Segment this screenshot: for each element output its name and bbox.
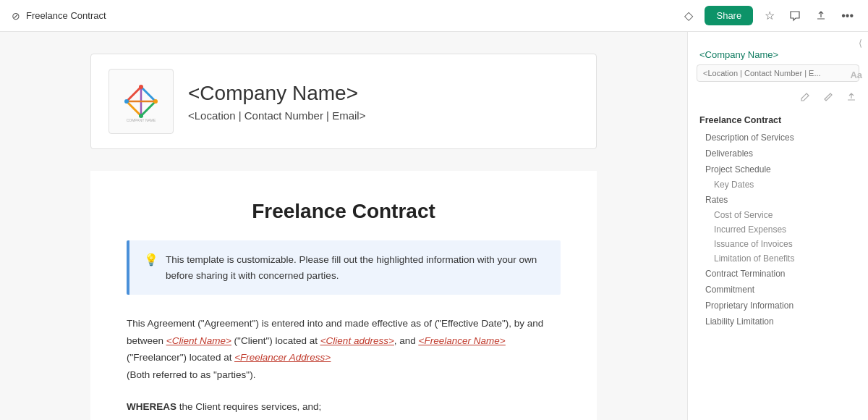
export-icon[interactable] [812, 7, 830, 25]
sidebar: ⟨ <Company Name> Aa [687, 32, 868, 420]
svg-line-1 [141, 87, 156, 101]
topbar-right: ◇ Share ☆ ••• [681, 6, 856, 25]
sidebar-item-invoices[interactable]: Issuance of Invoices [688, 237, 868, 251]
main-layout: COMPANY NAME TAGLINE HERE <Company Name>… [0, 32, 868, 420]
paragraph-whereas-1: WHEREAS the Client requires services, an… [127, 398, 561, 416]
bookmark-icon[interactable]: ◇ [681, 6, 696, 25]
svg-line-0 [127, 87, 141, 101]
p1-text-4: , and [394, 335, 419, 346]
sidebar-item-contract-termination[interactable]: Contract Termination [688, 266, 868, 282]
sidebar-item-expenses[interactable]: Incurred Expenses [688, 222, 868, 237]
document-area: COMPANY NAME TAGLINE HERE <Company Name>… [0, 32, 687, 420]
svg-point-6 [139, 85, 143, 89]
whereas-text-1: the Client requires services, and; [179, 401, 322, 412]
sidebar-pen-icon[interactable] [820, 89, 836, 105]
document-title: Freelance Contract [127, 200, 561, 223]
document-body: Freelance Contract 💡 This template is cu… [90, 171, 597, 420]
paragraph-agreement: This Agreement ("Agreement") is entered … [127, 315, 561, 384]
svg-line-3 [141, 101, 156, 116]
sidebar-item-liability[interactable]: Liability Limitation [688, 314, 868, 329]
client-name-link[interactable]: <Client Name> [166, 335, 231, 346]
font-size-icon[interactable]: Aa [850, 68, 862, 81]
sidebar-item-deliverables[interactable]: Deliverables [688, 146, 868, 161]
svg-text:TAGLINE HERE: TAGLINE HERE [130, 122, 151, 123]
sidebar-company-name[interactable]: <Company Name> [688, 49, 868, 64]
topbar-left: ⊘ Freelance Contract [12, 10, 106, 22]
document-content: COMPANY NAME TAGLINE HERE <Company Name>… [90, 54, 597, 398]
favorite-icon[interactable]: ☆ [762, 6, 778, 25]
freelancer-name-link[interactable]: <Freelancer Name> [419, 335, 506, 346]
sidebar-upload-icon[interactable] [843, 89, 859, 105]
topbar: ⊘ Freelance Contract ◇ Share ☆ ••• [0, 0, 868, 32]
company-logo-icon: COMPANY NAME TAGLINE HERE [119, 80, 163, 123]
sidebar-item-commitment[interactable]: Commitment [688, 282, 868, 298]
sidebar-item-description[interactable]: Description of Services [688, 130, 868, 146]
svg-point-7 [124, 99, 129, 104]
sidebar-edit-icon[interactable] [797, 89, 813, 105]
p1-text-end: (Both referred to as "parties"). [127, 369, 255, 380]
sidebar-icon-row [688, 89, 868, 111]
p1-text-1: This Agreement ("Agreement") is entered … [127, 318, 435, 329]
svg-line-2 [127, 101, 141, 116]
p1-text-3: ("Client") located at [231, 335, 320, 346]
bulb-icon: 💡 [144, 253, 158, 266]
p1-text-5: ("Freelancer") located at [127, 352, 234, 363]
company-header: COMPANY NAME TAGLINE HERE <Company Name>… [90, 54, 597, 149]
freelancer-address-link[interactable]: <Freelancer Address> [234, 352, 331, 363]
company-sub: <Location | Contact Number | Email> [188, 109, 365, 122]
whereas-bold-1: WHEREAS [127, 401, 176, 412]
sidebar-item-key-dates[interactable]: Key Dates [688, 177, 868, 192]
client-address-link[interactable]: <Client address> [320, 335, 394, 346]
comment-icon[interactable] [786, 7, 804, 25]
company-name-heading: <Company Name> [188, 82, 365, 105]
sidebar-actions: ⟨ [856, 35, 865, 51]
app-logo-icon: ⊘ [12, 10, 20, 22]
sidebar-item-project-schedule[interactable]: Project Schedule [688, 161, 868, 177]
sidebar-nav: Freelance Contract Description of Servic… [688, 111, 868, 329]
share-button[interactable]: Share [705, 6, 753, 25]
sidebar-collapse-icon[interactable]: ⟨ [856, 35, 865, 51]
sidebar-item-limitation-benefits[interactable]: Limitation of Benefits [688, 251, 868, 266]
sidebar-item-rates[interactable]: Rates [688, 192, 868, 208]
svg-point-8 [153, 99, 158, 104]
sidebar-item-proprietary[interactable]: Proprietary Information [688, 298, 868, 314]
sidebar-location-input[interactable] [697, 64, 859, 82]
sidebar-item-freelance-contract[interactable]: Freelance Contract [688, 111, 868, 130]
info-box: 💡 This template is customizable. Please … [127, 240, 561, 295]
company-info: <Company Name> <Location | Contact Numbe… [188, 82, 365, 122]
topbar-title: Freelance Contract [26, 10, 106, 21]
company-logo-box: COMPANY NAME TAGLINE HERE [109, 69, 174, 134]
more-options-icon[interactable]: ••• [838, 7, 856, 25]
sidebar-item-cost[interactable]: Cost of Service [688, 208, 868, 222]
info-text: This template is customizable. Please fi… [166, 252, 546, 283]
